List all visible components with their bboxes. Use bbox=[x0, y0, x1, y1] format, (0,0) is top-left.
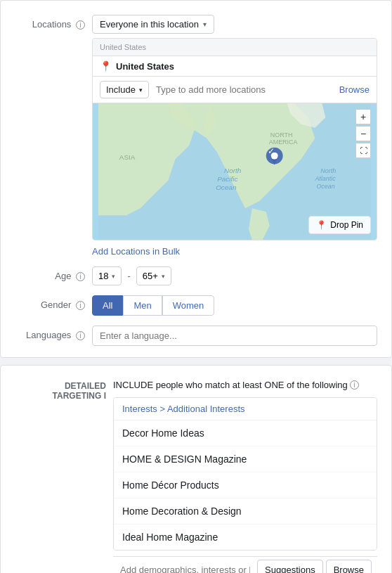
location-search-input[interactable] bbox=[153, 82, 335, 98]
gender-men-button[interactable]: Men bbox=[123, 295, 162, 316]
svg-text:Pacific: Pacific bbox=[217, 175, 237, 183]
suggestions-button[interactable]: Suggestions bbox=[257, 560, 323, 573]
locations-info-icon[interactable]: i bbox=[76, 20, 85, 30]
add-targeting-row: Suggestions Browse bbox=[113, 556, 377, 573]
svg-text:NORTH: NORTH bbox=[270, 131, 293, 139]
include-label: Include bbox=[106, 84, 136, 95]
location-type-label: Everyone in this location bbox=[100, 19, 199, 30]
interests-box: Interests > Additional Interests Decor H… bbox=[113, 397, 377, 551]
gender-button-group: All Men Women bbox=[92, 295, 377, 316]
age-min-dropdown[interactable]: 18 ▾ bbox=[92, 266, 122, 285]
map-zoom-in-button[interactable]: + bbox=[355, 109, 371, 124]
drop-pin-button[interactable]: 📍 Drop Pin bbox=[308, 216, 371, 234]
age-min-arrow-icon: ▾ bbox=[112, 273, 115, 280]
locations-label: Locations i bbox=[15, 15, 85, 30]
gender-label: Gender i bbox=[15, 295, 85, 310]
age-max-dropdown[interactable]: 65+ ▾ bbox=[136, 266, 171, 285]
location-item: 📍 United States bbox=[93, 56, 377, 76]
interest-item-4: Ideal Home Magazine bbox=[114, 524, 377, 550]
svg-text:ASIA: ASIA bbox=[119, 153, 136, 161]
include-dropdown-button[interactable]: Include ▾ bbox=[100, 81, 149, 98]
detailed-targeting-card: Detailed Targeting i INCLUDE people who … bbox=[0, 365, 392, 573]
interest-item-3: Home Decoration & Design bbox=[114, 498, 377, 524]
svg-text:North: North bbox=[320, 167, 336, 174]
interest-item-1: HOME & DESIGN Magazine bbox=[114, 446, 377, 472]
languages-label: Languages i bbox=[15, 326, 85, 340]
location-box: United States 📍 United States Include ▾ … bbox=[92, 38, 377, 240]
age-min-value: 18 bbox=[98, 271, 108, 281]
map-controls: + − ⛶ bbox=[355, 109, 371, 158]
locations-content: Everyone in this location ▾ United State… bbox=[92, 15, 377, 257]
svg-text:✓: ✓ bbox=[268, 146, 275, 156]
gender-all-button[interactable]: All bbox=[92, 295, 123, 316]
detailed-targeting-label: Detailed Targeting i bbox=[15, 380, 106, 401]
targeting-description-info-icon[interactable]: i bbox=[350, 380, 359, 389]
targeting-description: INCLUDE people who match at least ONE of… bbox=[113, 380, 348, 390]
age-label: Age i bbox=[15, 266, 85, 281]
detailed-targeting-info-icon[interactable]: i bbox=[104, 391, 106, 401]
targeting-header: INCLUDE people who match at least ONE of… bbox=[113, 380, 377, 390]
interest-item-0: Decor Home Ideas bbox=[114, 420, 377, 446]
location-name: United States bbox=[116, 61, 174, 72]
detailed-targeting-content: INCLUDE people who match at least ONE of… bbox=[113, 380, 377, 573]
age-max-arrow-icon: ▾ bbox=[162, 273, 165, 280]
age-max-value: 65+ bbox=[143, 271, 158, 281]
interest-item-2: Home Décor Products bbox=[114, 472, 377, 498]
languages-input[interactable] bbox=[92, 326, 377, 346]
gender-content: All Men Women bbox=[92, 295, 377, 316]
interests-breadcrumb: Interests > Additional Interests bbox=[114, 398, 377, 420]
age-separator: - bbox=[127, 271, 130, 281]
location-pin-icon: 📍 bbox=[100, 60, 112, 72]
svg-text:Ocean: Ocean bbox=[216, 184, 237, 191]
languages-info-icon[interactable]: i bbox=[76, 331, 85, 340]
svg-text:North: North bbox=[224, 167, 242, 174]
map-container: North Pacific Ocean North Atlantic Ocean… bbox=[93, 103, 377, 240]
gender-women-button[interactable]: Women bbox=[162, 295, 215, 316]
svg-text:AMERICA: AMERICA bbox=[269, 139, 298, 146]
age-info-icon[interactable]: i bbox=[76, 272, 85, 281]
drop-pin-icon: 📍 bbox=[316, 220, 327, 230]
browse-targeting-button[interactable]: Browse bbox=[326, 560, 372, 573]
include-bar: Include ▾ Browse bbox=[93, 76, 377, 103]
svg-text:Atlantic: Atlantic bbox=[314, 175, 336, 182]
location-browse-button[interactable]: Browse bbox=[339, 84, 370, 95]
add-locations-bulk-link[interactable]: Add Locations in Bulk bbox=[92, 246, 180, 257]
location-region-header: United States bbox=[93, 39, 377, 56]
gender-info-icon[interactable]: i bbox=[76, 301, 85, 310]
dropdown-arrow-icon: ▾ bbox=[203, 20, 207, 28]
languages-content bbox=[92, 326, 377, 346]
drop-pin-label: Drop Pin bbox=[330, 220, 363, 230]
map-zoom-out-button[interactable]: − bbox=[355, 126, 371, 141]
location-type-dropdown[interactable]: Everyone in this location ▾ bbox=[92, 15, 214, 34]
include-arrow-icon: ▾ bbox=[139, 86, 143, 94]
svg-text:Ocean: Ocean bbox=[316, 183, 334, 190]
add-targeting-input[interactable] bbox=[113, 559, 257, 573]
age-content: 18 ▾ - 65+ ▾ bbox=[92, 266, 377, 285]
map-fullscreen-button[interactable]: ⛶ bbox=[355, 143, 371, 158]
